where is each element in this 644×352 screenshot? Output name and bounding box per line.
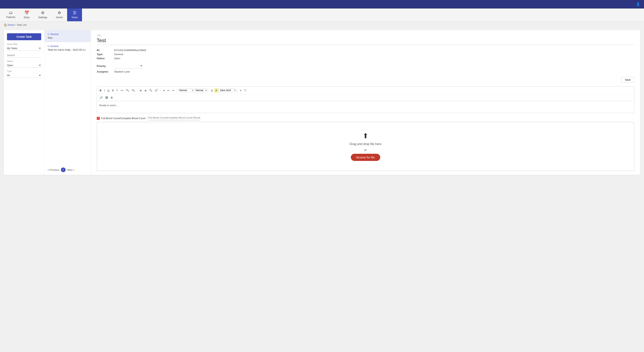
tab-settings-label: Settings	[38, 16, 47, 19]
checkbox-red[interactable]: ✓	[97, 117, 100, 120]
task-item[interactable]: ✏ General Test	[44, 30, 91, 42]
tab-settings[interactable]: ⚙ Settings	[34, 8, 52, 21]
sidebar: Create Task Quick Filter My Tasks All Ta…	[4, 30, 44, 175]
font-highlight-button[interactable]: A	[214, 88, 218, 93]
indent-button[interactable]: ⇥	[162, 88, 166, 93]
priority-select[interactable]: Normal High Low	[114, 64, 143, 68]
toolbar-insert-row: 🔗 🖼 ⊞	[97, 94, 634, 101]
align-button[interactable]: ≡	[239, 88, 243, 93]
task-item[interactable]: ✏ General Tests for Aaron Kelly - 2022-0…	[44, 42, 91, 54]
drop-zone[interactable]: ⬆ Drag and drop file here or Browse for …	[97, 122, 634, 171]
editor-content[interactable]: Ready to send....	[97, 102, 634, 113]
search-input[interactable]	[7, 53, 41, 58]
title-placeholder: Title..	[97, 34, 634, 37]
home-icon: 🏠	[4, 24, 7, 26]
browse-file-button[interactable]: Browse for file	[351, 154, 380, 161]
priority-row: Priority: Normal High Low	[97, 64, 634, 68]
detail-panel: Title.. ID: 627e44c104f88f086ea788e8 Typ…	[91, 30, 640, 175]
nav-tabs: 🗂 Patients 📅 Diary ⚙ Settings ⚙ Admin ☰ …	[0, 8, 644, 22]
admin-icon: ⚙	[58, 10, 61, 15]
tab-diary-label: Diary	[24, 16, 30, 19]
breadcrumb-current: Task List	[17, 24, 26, 26]
tab-patients-label: Patients	[6, 16, 15, 18]
subscript-button[interactable]: X2	[148, 88, 153, 93]
type-label: Type:	[97, 53, 114, 56]
pencil-icon: ✏	[48, 45, 50, 48]
font-family-select[interactable]: Sans Serif Serif Monospace	[219, 88, 236, 92]
image-button[interactable]: 🖼	[104, 95, 109, 100]
pencil-icon: ✏	[48, 33, 50, 36]
settings-icon: ⚙	[41, 10, 44, 15]
assignee-label: Assignee:	[97, 70, 114, 73]
attachment-checkbox-item: ✓ Full Blood Count/Complete Blood Count	[97, 117, 146, 120]
ordered-list-button[interactable]: ≣	[138, 88, 143, 93]
task-item-title: Test	[48, 36, 88, 39]
code-button[interactable]: <>	[119, 88, 124, 93]
type-value: General	[114, 53, 634, 56]
breadcrumb-separator: /	[15, 24, 16, 26]
tab-tasks[interactable]: ☰ Tasks	[67, 8, 82, 21]
breadcrumb-home[interactable]: Home	[8, 24, 14, 26]
breadcrumb: 🏠 Home / Task List	[0, 22, 644, 28]
task-list-panel: ✏ General Test ✏ General Tests for Aaron…	[44, 30, 91, 175]
status-label: Status:	[97, 57, 114, 60]
underline-button[interactable]: U	[106, 88, 110, 93]
clear-format-button[interactable]: Tx	[243, 88, 247, 93]
assignee-row: Assignee: Stephen Lane	[97, 70, 634, 73]
user-icon[interactable]: 👤	[636, 2, 640, 6]
assignee-value: Stephen Lane	[114, 70, 130, 73]
status-select[interactable]: Open Closed All	[7, 63, 41, 68]
tab-admin-label: Admin	[56, 16, 63, 19]
type-label: Type	[7, 70, 41, 72]
font-color-button[interactable]: A	[210, 88, 214, 93]
upload-icon: ⬆	[362, 132, 368, 140]
outdent-button[interactable]: ⇤	[166, 88, 171, 93]
editor-toolbar: B I U S ❝ <> H1 H2 ≣ ≣ X2 X2 ⇥ ⇤ ↵ Norma…	[97, 86, 634, 101]
editor-text: Ready to send....	[99, 104, 118, 107]
superscript-button[interactable]: X2	[154, 88, 159, 93]
page-number: 1	[61, 168, 66, 172]
tab-patients[interactable]: 🗂 Patients	[2, 8, 20, 21]
quick-filter-select[interactable]: My Tasks All Tasks	[7, 46, 41, 51]
task-item-type: ✏ General	[48, 45, 88, 48]
main-content: Create Task Quick Filter My Tasks All Ta…	[4, 30, 640, 175]
drag-drop-text: Drag and drop file here	[350, 142, 381, 146]
previous-button[interactable]: « Previous	[48, 168, 59, 171]
toolbar-divider	[177, 88, 177, 92]
task-title-input[interactable]	[97, 38, 634, 45]
id-label: ID:	[97, 49, 114, 52]
diary-icon: 📅	[24, 10, 29, 15]
unordered-list-button[interactable]: ≣	[143, 88, 148, 93]
status-value: Open	[114, 57, 634, 60]
table-button[interactable]: ⊞	[110, 95, 114, 100]
attachment-row: ✓ Full Blood Count/Complete Blood Count …	[97, 116, 634, 120]
tab-diary[interactable]: 📅 Diary	[20, 8, 34, 21]
font-size-select[interactable]: Normal Small Large	[194, 88, 208, 92]
task-item-type: ✏ General	[48, 33, 88, 36]
bold-button[interactable]: B	[98, 88, 102, 93]
italic-button[interactable]: I	[103, 88, 106, 93]
create-task-button[interactable]: Create Task	[7, 33, 41, 40]
tasks-icon: ☰	[73, 10, 76, 15]
pagination: « Previous 1 Next »	[44, 165, 91, 175]
save-button[interactable]: Save	[621, 77, 634, 82]
toolbar-divider	[137, 88, 137, 92]
h2-button[interactable]: H2	[131, 88, 136, 93]
toolbar-formatting-row: B I U S ❝ <> H1 H2 ≣ ≣ X2 X2 ⇥ ⇤ ↵ Norma…	[97, 87, 634, 94]
task-item-title: Tests for Aaron Kelly - 2022-05-11	[48, 48, 88, 51]
text-dir-button[interactable]: ↵	[171, 88, 176, 93]
tab-admin[interactable]: ⚙ Admin	[52, 8, 67, 21]
next-button[interactable]: Next »	[67, 168, 74, 171]
link-button[interactable]: 🔗	[98, 95, 104, 100]
id-value: 627e44c104f88f086ea788e8	[114, 49, 634, 52]
patients-icon: 🗂	[9, 10, 12, 15]
result-tab[interactable]: Full Blood Count/Complete Blood Count Re…	[148, 116, 200, 120]
quote-button[interactable]: ❝	[115, 88, 119, 93]
type-select[interactable]: All General Referral	[7, 73, 41, 78]
format-select[interactable]: Normal Heading 1 Heading 2	[178, 88, 194, 92]
strikethrough-button[interactable]: S	[111, 88, 115, 93]
status-label: Status	[7, 60, 41, 62]
top-bar: 👤	[0, 0, 644, 8]
priority-label: Priority:	[97, 64, 114, 68]
h1-button[interactable]: H1	[125, 88, 130, 93]
